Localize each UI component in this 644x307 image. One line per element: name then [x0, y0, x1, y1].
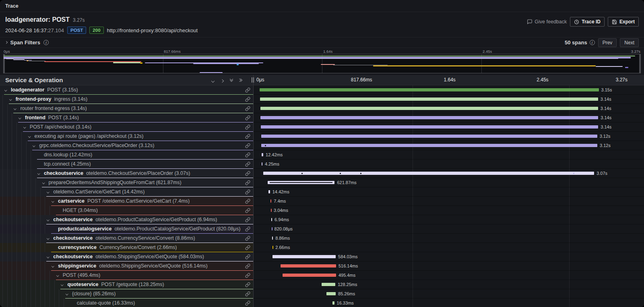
span-timeline-cell[interactable]: 516.14ms: [254, 261, 644, 271]
span-filters-toggle[interactable]: Span Filters i: [5, 39, 49, 46]
span-name-cell[interactable]: router frontend egress (3.14s): [0, 104, 254, 113]
span-link-icon[interactable]: [245, 87, 250, 94]
span-timeline-cell[interactable]: 16.33ms: [254, 299, 644, 307]
span-duration-bar[interactable]: [271, 209, 272, 212]
minimap-right-handle[interactable]: [639, 54, 640, 73]
span-link-icon[interactable]: [245, 254, 250, 261]
span-row[interactable]: router frontend egress (3.14s)3.14s: [0, 104, 644, 113]
span-name-cell[interactable]: checkoutserviceoteldemo.CheckoutService/…: [0, 169, 254, 178]
span-timeline-cell[interactable]: 14.42ms: [254, 187, 644, 197]
span-timeline-cell[interactable]: 3.12s: [254, 141, 644, 150]
span-link-icon[interactable]: [245, 115, 250, 122]
span-row[interactable]: loadgeneratorPOST (3.15s)3.15s: [0, 85, 644, 95]
span-expand-toggle[interactable]: [47, 256, 53, 258]
span-row[interactable]: {closure} (85.26ms)85.26ms: [0, 289, 644, 299]
span-link-icon[interactable]: [245, 106, 250, 113]
span-timeline-cell[interactable]: 3.15s: [254, 85, 644, 95]
span-expand-toggle[interactable]: [38, 172, 44, 174]
span-name-cell[interactable]: shippingserviceoteldemo.ShippingService/…: [0, 261, 254, 271]
span-duration-bar[interactable]: [261, 135, 597, 138]
span-timeline-cell[interactable]: 4.25ms: [254, 160, 644, 169]
span-duration-bar[interactable]: [332, 301, 334, 305]
span-row[interactable]: productcatalogserviceoteldemo.ProductCat…: [0, 224, 644, 234]
span-row[interactable]: dns.lookup (12.42ms)12.42ms: [0, 150, 644, 160]
span-duration-bar[interactable]: [283, 274, 336, 277]
span-expand-toggle[interactable]: [5, 89, 11, 91]
span-duration-bar[interactable]: [260, 116, 598, 119]
span-row[interactable]: checkoutserviceoteldemo.CurrencyService/…: [0, 234, 644, 243]
span-link-icon[interactable]: [245, 226, 250, 233]
span-duration-bar[interactable]: [326, 292, 336, 295]
next-span-button[interactable]: Next: [620, 38, 639, 47]
span-duration-bar[interactable]: [281, 264, 336, 268]
span-duration-bar[interactable]: [322, 283, 335, 286]
span-name-cell[interactable]: {closure} (85.26ms): [0, 289, 254, 299]
minimap-canvas[interactable]: [3, 54, 641, 73]
span-timeline-cell[interactable]: 3.07s: [254, 169, 644, 178]
span-link-icon[interactable]: [245, 282, 250, 289]
span-duration-bar[interactable]: [268, 181, 334, 184]
span-timeline-cell[interactable]: 3.14s: [254, 104, 644, 113]
span-link-icon[interactable]: [245, 180, 250, 187]
span-timeline-cell[interactable]: 6.94ms: [254, 215, 644, 224]
span-expand-toggle[interactable]: [10, 98, 16, 100]
span-row[interactable]: shippingserviceoteldemo.ShippingService/…: [0, 261, 644, 271]
span-link-icon[interactable]: [245, 189, 250, 196]
span-duration-bar[interactable]: [272, 227, 272, 230]
span-name-cell[interactable]: dns.lookup (12.42ms): [0, 150, 254, 160]
span-row[interactable]: checkoutserviceoteldemo.CheckoutService/…: [0, 169, 644, 178]
span-name-cell[interactable]: loadgeneratorPOST (3.15s): [0, 85, 254, 95]
span-expand-toggle[interactable]: [47, 237, 53, 239]
span-expand-toggle[interactable]: [47, 219, 53, 221]
span-row[interactable]: calculate-quote (16.33ms)16.33ms: [0, 299, 644, 307]
span-link-icon[interactable]: [245, 161, 250, 168]
span-duration-bar[interactable]: [262, 153, 263, 156]
span-name-cell[interactable]: POST (495.4ms): [0, 271, 254, 280]
trace-id-button[interactable]: Trace ID: [570, 17, 605, 27]
expand-all-button[interactable]: [239, 79, 242, 81]
span-row[interactable]: HGET (3.04ms)3.04ms: [0, 206, 644, 215]
span-row[interactable]: checkoutserviceoteldemo.ShippingService/…: [0, 252, 644, 261]
span-name-cell[interactable]: frontendPOST (3.14s): [0, 113, 254, 122]
span-expand-toggle[interactable]: [29, 135, 35, 137]
span-link-icon[interactable]: [245, 96, 250, 104]
collapse-one-button[interactable]: [212, 77, 214, 84]
span-timeline-cell[interactable]: 3.12s: [254, 132, 644, 141]
span-name-cell[interactable]: checkoutserviceoteldemo.CurrencyService/…: [0, 234, 254, 243]
span-duration-bar[interactable]: [268, 190, 270, 193]
span-name-cell[interactable]: frontend-proxyingress (3.14s): [0, 95, 254, 104]
span-expand-toggle[interactable]: [61, 284, 67, 286]
span-timeline-cell[interactable]: 621.87ms: [254, 178, 644, 187]
span-timeline-cell[interactable]: 85.26ms: [254, 289, 644, 299]
span-duration-bar[interactable]: [272, 236, 273, 240]
span-row[interactable]: frontend-proxyingress (3.14s)3.14s: [0, 95, 644, 104]
span-timeline-cell[interactable]: 3.14s: [254, 122, 644, 132]
span-name-cell[interactable]: calculate-quote (16.33ms): [0, 299, 254, 307]
give-feedback-link[interactable]: Give feedback: [527, 17, 567, 27]
span-timeline-cell[interactable]: 584.03ms: [254, 252, 644, 261]
span-timeline-cell[interactable]: 820.08μs: [254, 224, 644, 234]
span-name-cell[interactable]: quoteservicePOST /getquote (128.25ms): [0, 280, 254, 289]
column-resize-handle[interactable]: [252, 77, 255, 83]
span-timeline-cell[interactable]: 3.14s: [254, 95, 644, 104]
span-name-cell[interactable]: prepareOrderItemsAndShippingQuoteFromCar…: [0, 178, 254, 187]
span-link-icon[interactable]: [245, 207, 250, 215]
span-link-icon[interactable]: [245, 124, 250, 131]
span-duration-bar[interactable]: [260, 88, 599, 91]
span-timeline-cell[interactable]: 7.4ms: [254, 197, 644, 206]
span-row[interactable]: prepareOrderItemsAndShippingQuoteFromCar…: [0, 178, 644, 187]
info-icon[interactable]: i: [590, 40, 595, 45]
expand-one-button[interactable]: [221, 77, 223, 84]
span-name-cell[interactable]: oteldemo.CartService/GetCart (14.42ms): [0, 187, 254, 197]
span-name-cell[interactable]: grpc.oteldemo.CheckoutService/PlaceOrder…: [0, 141, 254, 150]
span-link-icon[interactable]: [245, 300, 250, 307]
span-expand-toggle[interactable]: [66, 293, 72, 295]
span-name-cell[interactable]: cartservicePOST /oteldemo.CartService/Ge…: [0, 197, 254, 206]
span-timeline-cell[interactable]: 8.86ms: [254, 234, 644, 243]
span-expand-toggle[interactable]: [14, 108, 20, 110]
span-link-icon[interactable]: [245, 170, 250, 178]
span-row[interactable]: cartservicePOST /oteldemo.CartService/Ge…: [0, 197, 644, 206]
prev-span-button[interactable]: Prev: [598, 38, 617, 47]
span-row[interactable]: tcp.connect (4.25ms)4.25ms: [0, 160, 644, 169]
span-link-icon[interactable]: [245, 133, 250, 141]
